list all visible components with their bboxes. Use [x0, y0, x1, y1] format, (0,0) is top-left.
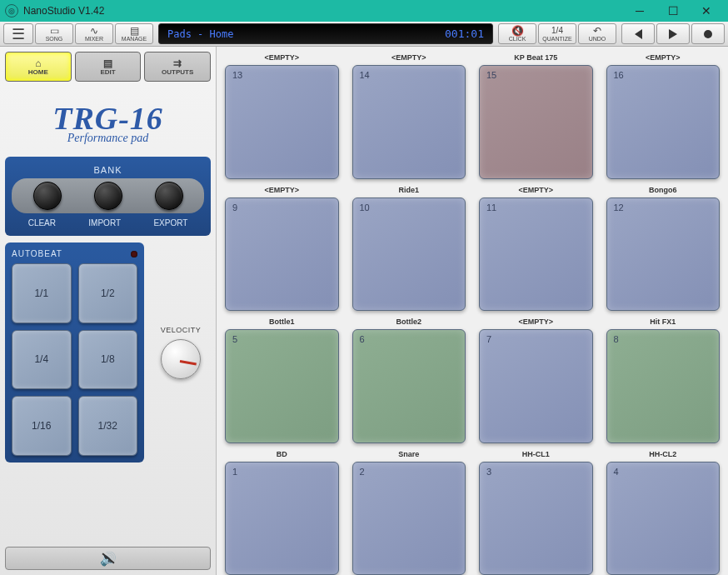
quantize-button[interactable]: 1/4 QUANTIZE: [538, 23, 576, 44]
logo-sub: Performance pad: [5, 132, 211, 145]
pad-number: 8: [614, 334, 619, 344]
drum-pad-14[interactable]: 14: [352, 65, 466, 179]
autobeat-pad-1-1[interactable]: 1/1: [12, 263, 72, 323]
pad-cell: Snare2: [352, 450, 466, 576]
mixer-icon: ∿: [90, 26, 98, 36]
drum-pad-9[interactable]: 9: [225, 198, 339, 312]
pad-label: Hit FX1: [650, 318, 676, 329]
mixer-button[interactable]: ∿ MIXER: [75, 23, 113, 44]
song-label: SONG: [46, 36, 63, 42]
manage-button[interactable]: ▤ MANAGE: [115, 23, 153, 44]
pad-cell: <EMPTY>11: [479, 186, 593, 312]
pad-number: 2: [360, 467, 365, 477]
app-icon: ◎: [5, 4, 18, 18]
rewind-icon: [632, 29, 644, 39]
pad-label: Snare: [398, 450, 419, 462]
autobeat-pad-1-16[interactable]: 1/16: [12, 396, 72, 456]
bank-title: BANK: [12, 165, 204, 175]
lcd-display[interactable]: Pads - Home 001:01: [158, 23, 493, 44]
pad-number: 5: [232, 334, 237, 344]
pad-number: 9: [232, 202, 237, 212]
pad-cell: BD1: [225, 450, 339, 576]
pad-number: 12: [614, 202, 624, 212]
play-button[interactable]: [656, 23, 690, 44]
velocity-knob[interactable]: [161, 339, 201, 379]
pad-label: <EMPTY>: [264, 186, 299, 198]
pad-row: <EMPTY>9Ride110<EMPTY>11Bongo612: [225, 179, 720, 312]
tab-outputs[interactable]: ⇉ OUTPUTS: [144, 52, 211, 82]
pad-cell: <EMPTY>13: [225, 53, 339, 179]
toolbar: ☰ ▭ SONG ∿ MIXER ▤ MANAGE Pads - Home 00…: [0, 22, 728, 47]
bank-export-knob[interactable]: [155, 182, 183, 210]
pad-cell: <EMPTY>16: [606, 53, 721, 179]
pad-label: Bottle1: [269, 318, 295, 329]
autobeat-led: [131, 251, 137, 258]
drum-pad-11[interactable]: 11: [479, 198, 593, 312]
rewind-button[interactable]: [621, 23, 655, 44]
drum-pad-5[interactable]: 5: [225, 329, 339, 443]
drum-pad-7[interactable]: 7: [479, 329, 593, 443]
song-icon: ▭: [50, 26, 59, 36]
autobeat-pad-1-8[interactable]: 1/8: [78, 330, 138, 390]
tab-outputs-label: OUTPUTS: [162, 68, 193, 76]
velocity-label: VELOCITY: [161, 326, 202, 334]
main-area: ⌂ HOME ▤ EDIT ⇉ OUTPUTS TRG-16 Performan…: [0, 47, 728, 575]
drum-pad-13[interactable]: 13: [225, 65, 339, 179]
pad-number: 10: [360, 202, 370, 212]
drum-pad-16[interactable]: 16: [606, 65, 721, 179]
song-button[interactable]: ▭ SONG: [35, 23, 73, 44]
window-title: NanoStudio V1.42: [23, 5, 623, 17]
undo-button[interactable]: ↶ UNDO: [578, 23, 616, 44]
minimize-button[interactable]: ─: [623, 2, 656, 20]
pad-number: 14: [360, 70, 370, 80]
drum-pad-10[interactable]: 10: [352, 198, 466, 312]
pad-label: KP Beat 175: [514, 53, 557, 65]
pad-label: <EMPTY>: [518, 186, 553, 198]
bank-export-label: EXPORT: [153, 218, 187, 228]
pad-label: HH-CL1: [522, 450, 550, 462]
autobeat-title-row: AUTOBEAT: [12, 249, 137, 258]
pad-label: BD: [277, 450, 287, 462]
pad-label: HH-CL2: [649, 450, 676, 462]
pad-label: Bongo6: [649, 186, 677, 198]
tab-home[interactable]: ⌂ HOME: [5, 52, 72, 82]
autobeat-pad-1-32[interactable]: 1/32: [78, 396, 138, 456]
drum-pad-3[interactable]: 3: [479, 462, 593, 576]
drum-pad-2[interactable]: 2: [352, 462, 466, 576]
drum-pad-4[interactable]: 4: [606, 462, 721, 576]
autobeat-grid: 1/11/21/41/81/161/32: [12, 263, 137, 456]
drum-pad-1[interactable]: 1: [225, 462, 339, 576]
menu-button[interactable]: ☰: [3, 23, 33, 44]
bank-panel: BANK CLEAR IMPORT EXPORT: [5, 157, 211, 236]
pad-number: 1: [232, 467, 237, 477]
record-button[interactable]: [691, 23, 725, 44]
svg-point-0: [704, 30, 712, 38]
maximize-button[interactable]: ☐: [656, 2, 690, 20]
drum-pad-15[interactable]: 15: [479, 65, 593, 179]
bank-clear-knob[interactable]: [33, 182, 62, 210]
drum-pad-6[interactable]: 6: [352, 329, 466, 443]
pad-cell: Bottle26: [352, 318, 466, 443]
pad-number: 15: [486, 70, 496, 80]
click-button[interactable]: 🔇 CLICK: [498, 23, 536, 44]
autobeat-pad-1-4[interactable]: 1/4: [12, 330, 72, 390]
pad-cell: KP Beat 17515: [479, 53, 593, 179]
drum-pad-8[interactable]: 8: [606, 329, 721, 443]
quantize-label: QUANTIZE: [542, 36, 571, 42]
mute-button[interactable]: 🔊: [5, 547, 211, 570]
bank-labels: CLEAR IMPORT EXPORT: [12, 218, 204, 228]
pad-label: <EMPTY>: [518, 318, 553, 329]
pad-number: 7: [486, 334, 491, 344]
close-button[interactable]: ✕: [690, 2, 723, 20]
pad-cell: <EMPTY>9: [225, 186, 339, 312]
lcd-time: 001:01: [445, 28, 484, 40]
bank-import-knob[interactable]: [94, 182, 122, 210]
mixer-label: MIXER: [85, 36, 103, 42]
drum-pad-12[interactable]: 12: [606, 198, 721, 312]
tab-home-label: HOME: [28, 68, 48, 76]
autobeat-pad-1-2[interactable]: 1/2: [78, 263, 138, 323]
tab-edit[interactable]: ▤ EDIT: [75, 52, 142, 82]
pad-number: 13: [232, 70, 242, 80]
logo: TRG-16 Performance pad: [5, 88, 211, 150]
pad-cell: Bottle15: [225, 318, 339, 443]
